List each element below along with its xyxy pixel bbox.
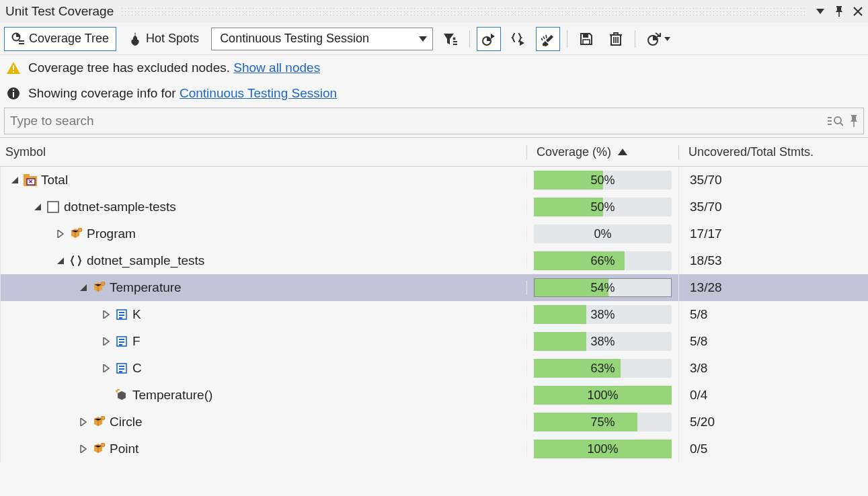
svg-rect-12 (13, 89, 14, 91)
row-label: C (132, 361, 142, 376)
row-stmts: 35/70 (679, 173, 868, 188)
tree-icon (11, 32, 25, 46)
svg-rect-1 (19, 40, 24, 42)
expander-icon[interactable] (10, 175, 19, 185)
row-label: Program (87, 226, 136, 241)
search-input[interactable] (10, 114, 827, 128)
svg-rect-25 (119, 339, 124, 340)
column-coverage[interactable]: Coverage (%) (527, 145, 679, 159)
tree-row[interactable]: C 63% 3/8 (0, 355, 868, 382)
tree-row[interactable]: K 38% 5/8 (0, 301, 868, 328)
export-button[interactable] (642, 27, 674, 51)
coverage-bar: 50% (534, 198, 672, 216)
tree-row[interactable]: Program 0% 17/17 (0, 220, 868, 247)
expander-icon[interactable] (33, 202, 42, 212)
solution-icon (24, 173, 37, 187)
coverage-bar: 100% (534, 386, 672, 405)
row-label: Total (41, 173, 68, 188)
svg-point-13 (834, 117, 841, 124)
tab-coverage-tree-label: Coverage Tree (29, 32, 109, 46)
expander-icon[interactable] (102, 337, 111, 346)
svg-point-32 (101, 416, 105, 420)
session-link[interactable]: Continuous Testing Session (180, 86, 337, 100)
tree-row[interactable]: Total 50% 35/70 (0, 167, 868, 194)
coverage-bar: 100% (534, 440, 672, 458)
coverage-tree: Total 50% 35/70 dotnet-sample-tests 50% … (0, 167, 868, 462)
tree-row[interactable]: F 38% 5/8 (0, 328, 868, 355)
expander-icon[interactable] (56, 256, 65, 265)
tree-row[interactable]: Temperature() 100% 0/4 (0, 382, 868, 409)
svg-rect-29 (119, 366, 124, 367)
svg-rect-27 (119, 344, 122, 345)
row-stmts: 5/8 (679, 334, 868, 349)
row-label: dotnet-sample-tests (64, 200, 176, 214)
row-stmts: 5/20 (679, 415, 868, 429)
tree-row[interactable]: Circle 75% 5/20 (0, 409, 868, 436)
expander-icon[interactable] (79, 444, 88, 454)
svg-rect-2 (19, 43, 24, 44)
save-button[interactable] (574, 27, 598, 51)
session-dropdown[interactable]: Continuous Testing Session (211, 28, 433, 50)
filter-button[interactable] (438, 27, 463, 51)
class-icon (92, 281, 106, 294)
coverage-bar: 38% (534, 305, 672, 324)
expander-icon[interactable] (102, 310, 111, 319)
expander-icon[interactable] (79, 283, 88, 292)
match-braces-button[interactable] (506, 27, 530, 51)
column-stmts[interactable]: Uncovered/Total Stmts. (679, 145, 868, 159)
highlight-button[interactable] (536, 27, 560, 51)
row-label: dotnet_sample_tests (87, 253, 204, 268)
coverage-bar: 63% (534, 359, 672, 378)
panel-menu-icon[interactable] (814, 5, 826, 17)
coverage-pct: 63% (590, 362, 615, 376)
notice-session: Showing coverage info for Continuous Tes… (0, 81, 868, 106)
svg-rect-9 (13, 71, 14, 73)
row-label: Circle (110, 415, 143, 429)
notice-excluded-text: Coverage tree has excluded nodes. (28, 60, 233, 75)
delete-button[interactable] (604, 27, 628, 51)
row-stmts: 13/28 (679, 280, 868, 295)
coverage-bar: 66% (534, 251, 672, 270)
search-options-icon[interactable] (827, 114, 843, 128)
tab-coverage-tree[interactable]: Coverage Tree (4, 27, 116, 51)
sort-asc-icon (618, 149, 627, 155)
expander-icon[interactable] (102, 390, 111, 400)
svg-rect-26 (119, 341, 124, 343)
svg-rect-22 (119, 315, 124, 316)
panel-title: Unit Test Coverage (5, 4, 114, 19)
row-stmts: 17/17 (679, 226, 868, 241)
expander-icon[interactable] (56, 229, 65, 239)
row-stmts: 5/8 (679, 307, 868, 322)
svg-point-33 (101, 443, 105, 447)
tree-row[interactable]: dotnet-sample-tests 50% 35/70 (0, 194, 868, 220)
tree-row[interactable]: dotnet_sample_tests 66% 18/53 (0, 247, 868, 274)
svg-point-19 (101, 282, 105, 286)
tree-row[interactable]: Point 100% 0/5 (0, 436, 868, 462)
panel-grip[interactable] (120, 7, 807, 16)
coverage-bar: 75% (534, 413, 672, 431)
coverage-bar: 54% (534, 278, 672, 297)
svg-rect-11 (13, 92, 14, 97)
expander-icon[interactable] (79, 417, 88, 427)
close-icon[interactable] (852, 5, 864, 17)
tab-hot-spots-label: Hot Spots (146, 32, 199, 46)
navigate-button[interactable] (477, 27, 501, 51)
panel-title-bar: Unit Test Coverage (0, 0, 868, 23)
coverage-pct: 50% (590, 173, 615, 188)
coverage-pct: 100% (587, 442, 618, 456)
tree-row[interactable]: Temperature 54% 13/28 (0, 274, 868, 301)
search-pin-icon[interactable] (850, 115, 858, 127)
show-all-nodes-link[interactable]: Show all nodes (233, 60, 320, 75)
coverage-pct: 54% (590, 281, 615, 295)
column-symbol[interactable]: Symbol (0, 145, 527, 159)
svg-point-18 (78, 228, 82, 232)
tab-hot-spots[interactable]: Hot Spots (122, 27, 206, 51)
coverage-pct: 66% (590, 254, 615, 268)
expander-icon[interactable] (102, 364, 111, 373)
row-stmts: 0/5 (679, 442, 868, 456)
ctor-icon (115, 388, 128, 402)
flame-icon (128, 32, 142, 46)
row-label: Temperature (110, 280, 182, 295)
pin-icon[interactable] (833, 5, 845, 17)
coverage-pct: 0% (594, 227, 611, 241)
